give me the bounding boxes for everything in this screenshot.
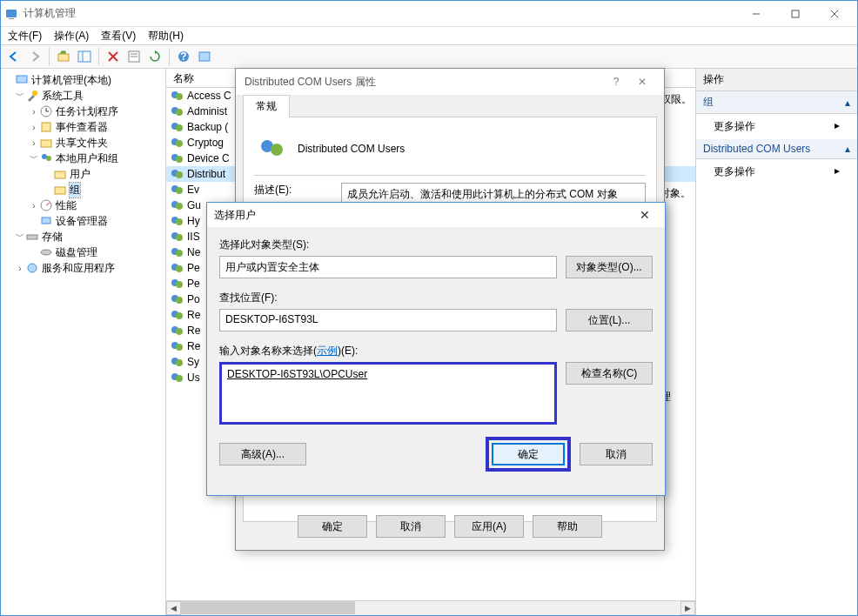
action-more-2[interactable]: 更多操作▸	[696, 159, 857, 184]
svg-point-65	[176, 328, 183, 335]
window-title: 计算机管理	[23, 6, 736, 21]
action-section-groups[interactable]: 组▴	[696, 91, 857, 114]
svg-rect-0	[6, 10, 17, 17]
list-item-name: Re	[187, 340, 200, 352]
collapse-icon: ▴	[845, 97, 850, 109]
tree-groups[interactable]: 组	[3, 182, 164, 198]
close-button[interactable]: ✕	[629, 76, 655, 88]
svg-rect-7	[78, 51, 90, 62]
properties-titlebar: Distributed COM Users 属性 ? ✕	[236, 69, 664, 95]
scroll-thumb[interactable]	[181, 601, 355, 614]
refresh-button[interactable]	[145, 47, 164, 66]
apply-button[interactable]: 应用(A)	[454, 515, 524, 538]
select-users-dialog: 选择用户 ✕ 选择此对象类型(S): 用户或内置安全主体 对象类型(O)... …	[206, 202, 666, 496]
list-item-name: Re	[187, 309, 200, 321]
horizontal-scrollbar[interactable]: ◀ ▶	[166, 600, 695, 615]
svg-point-69	[176, 359, 183, 366]
tree-shared-folders[interactable]: ›共享文件夹	[3, 135, 164, 151]
list-item-name: Backup (	[187, 121, 228, 133]
svg-point-49	[176, 203, 183, 210]
list-item-name: Hy	[187, 215, 200, 227]
perf-icon	[39, 198, 53, 212]
check-names-button[interactable]: 检查名称(C)	[566, 362, 653, 385]
list-item-name: Device C	[187, 152, 230, 164]
tree-performance[interactable]: ›性能	[3, 198, 164, 213]
tree-local-users-groups[interactable]: ﹀本地用户和组	[3, 151, 164, 166]
select-body: 选择此对象类型(S): 用户或内置安全主体 对象类型(O)... 查找位置(F)…	[207, 227, 665, 482]
group-icon	[170, 230, 184, 244]
titlebar: 计算机管理	[1, 1, 857, 27]
ok-button[interactable]: 确定	[492, 443, 565, 465]
list-item-name: Distribut	[187, 168, 225, 180]
delete-button[interactable]	[104, 47, 123, 66]
object-types-button[interactable]: 对象类型(O)...	[566, 256, 653, 278]
forward-button[interactable]	[25, 47, 44, 66]
list-item-name: Administ	[187, 105, 227, 117]
disk-icon	[39, 245, 53, 259]
locations-button[interactable]: 位置(L)...	[566, 309, 653, 331]
cancel-button[interactable]: 取消	[376, 515, 446, 538]
list-item-name: Po	[187, 293, 200, 305]
ok-button[interactable]: 确定	[298, 515, 367, 538]
svg-point-47	[176, 187, 183, 194]
menu-view[interactable]: 查看(V)	[101, 29, 136, 43]
tree-storage[interactable]: ﹀存储	[3, 229, 164, 244]
tree-root[interactable]: 计算机管理(本地)	[3, 72, 164, 88]
select-bottom-buttons: 高级(A)... 确定 取消	[219, 437, 653, 472]
list-item-name: Sy	[187, 356, 199, 368]
properties-buttons: 确定 取消 应用(A) 帮助	[236, 508, 664, 545]
svg-point-39	[176, 124, 183, 131]
svg-point-63	[176, 312, 183, 319]
svg-rect-27	[55, 187, 65, 194]
group-icon	[170, 277, 184, 291]
group-icon	[170, 339, 184, 353]
help-button[interactable]: ?	[603, 76, 629, 88]
services-icon	[25, 261, 39, 275]
group-icon	[170, 245, 184, 259]
close-button[interactable]	[814, 1, 854, 26]
action-section-dcom[interactable]: Distributed COM Users▴	[696, 139, 857, 159]
list-item-name: Ev	[187, 184, 199, 196]
list-item-name: Pe	[187, 262, 200, 274]
tab-general[interactable]: 常规	[243, 95, 290, 117]
object-names-input[interactable]: DESKTOP-I6ST93L\OPCUser	[219, 362, 557, 425]
advanced-button[interactable]: 高级(A)...	[219, 443, 306, 465]
back-button[interactable]	[4, 47, 23, 66]
list-item-name: Pe	[187, 278, 200, 290]
scroll-track[interactable]	[181, 601, 680, 615]
tree-users[interactable]: 用户	[3, 166, 164, 182]
properties-title: Distributed COM Users 属性	[245, 75, 603, 90]
tree-device-manager[interactable]: 设备管理器	[3, 213, 164, 229]
tree-event-viewer[interactable]: ›事件查看器	[3, 119, 164, 135]
up-button[interactable]	[54, 47, 73, 66]
tree-disk-management[interactable]: 磁盘管理	[3, 244, 164, 260]
example-link[interactable]: 示例	[317, 345, 338, 357]
clock-icon	[39, 104, 53, 118]
help-button[interactable]: ?	[174, 47, 193, 66]
minimize-button[interactable]	[736, 1, 775, 26]
menu-file[interactable]: 文件(F)	[8, 29, 42, 43]
group-icon	[170, 167, 184, 181]
tree-system-tools[interactable]: ﹀系统工具	[3, 88, 164, 104]
toolbar: ?	[1, 44, 857, 69]
scroll-left-button[interactable]: ◀	[166, 601, 181, 615]
menu-action[interactable]: 操作(A)	[54, 29, 89, 43]
maximize-button[interactable]	[775, 1, 814, 26]
select-title: 选择用户	[214, 208, 632, 223]
cancel-button[interactable]: 取消	[580, 443, 653, 465]
help-button[interactable]: 帮助	[533, 515, 602, 538]
menu-help[interactable]: 帮助(H)	[148, 29, 184, 43]
scroll-right-button[interactable]: ▶	[680, 601, 695, 615]
show-hide-tree-button[interactable]	[75, 47, 94, 66]
svg-point-37	[176, 109, 183, 116]
svg-point-18	[32, 90, 37, 96]
list-item-name: Gu	[187, 199, 201, 211]
svg-point-41	[176, 140, 183, 147]
group-icon	[170, 308, 184, 322]
close-button[interactable]: ✕	[632, 208, 658, 222]
tree-services-apps[interactable]: ›服务和应用程序	[3, 260, 164, 276]
properties-button[interactable]	[124, 47, 144, 66]
action-more-1[interactable]: 更多操作▸	[696, 114, 857, 139]
extra-button[interactable]	[195, 47, 214, 66]
tree-task-scheduler[interactable]: ›任务计划程序	[3, 104, 164, 119]
